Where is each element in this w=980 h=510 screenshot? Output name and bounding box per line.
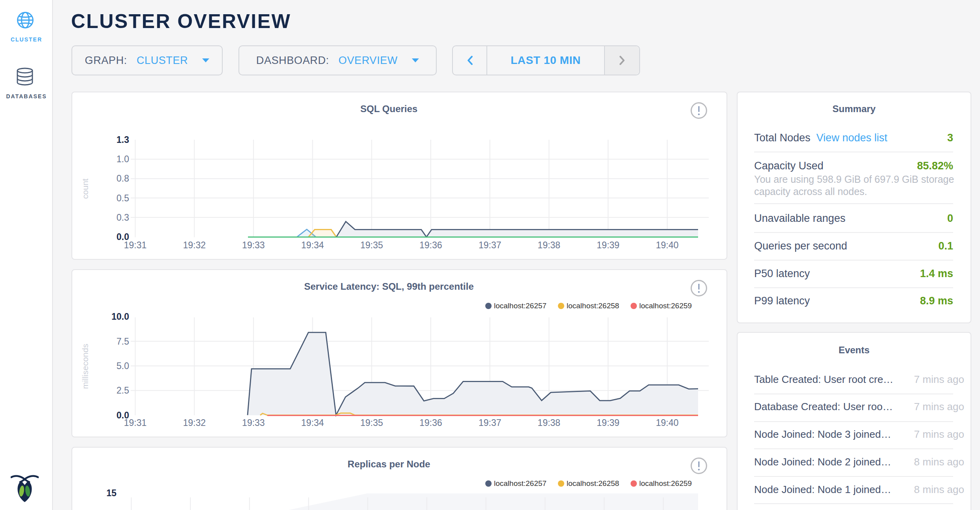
svg-text:19:40: 19:40 bbox=[656, 418, 679, 428]
svg-text:19:32: 19:32 bbox=[183, 418, 206, 428]
svg-text:0.8: 0.8 bbox=[116, 173, 129, 184]
svg-text:milliseconds: milliseconds bbox=[81, 344, 90, 389]
svg-text:5.0: 5.0 bbox=[116, 361, 129, 371]
svg-text:1.3: 1.3 bbox=[116, 135, 129, 145]
svg-text:2.5: 2.5 bbox=[116, 385, 129, 396]
svg-text:19:34: 19:34 bbox=[301, 418, 324, 428]
svg-text:19:37: 19:37 bbox=[479, 418, 501, 428]
svg-text:19:32: 19:32 bbox=[183, 240, 206, 250]
svg-text:19:39: 19:39 bbox=[597, 418, 620, 428]
svg-text:19:33: 19:33 bbox=[242, 240, 265, 250]
svg-text:19:36: 19:36 bbox=[419, 240, 442, 250]
svg-text:0.5: 0.5 bbox=[116, 193, 129, 203]
svg-text:19:35: 19:35 bbox=[360, 240, 383, 250]
svg-text:19:34: 19:34 bbox=[301, 240, 324, 250]
svg-text:19:38: 19:38 bbox=[538, 418, 561, 428]
svg-text:1.0: 1.0 bbox=[116, 154, 129, 164]
svg-text:7.5: 7.5 bbox=[116, 336, 129, 347]
svg-text:19:33: 19:33 bbox=[242, 418, 265, 428]
svg-text:19:36: 19:36 bbox=[419, 418, 442, 428]
svg-text:10.0: 10.0 bbox=[111, 311, 129, 322]
svg-text:19:35: 19:35 bbox=[360, 418, 383, 428]
svg-text:19:38: 19:38 bbox=[538, 240, 561, 250]
svg-text:19:40: 19:40 bbox=[656, 240, 679, 250]
svg-text:19:37: 19:37 bbox=[479, 240, 501, 250]
svg-text:0.3: 0.3 bbox=[116, 212, 129, 223]
svg-text:count: count bbox=[81, 178, 90, 199]
svg-text:19:31: 19:31 bbox=[124, 418, 147, 428]
svg-text:19:31: 19:31 bbox=[124, 240, 147, 250]
svg-text:19:39: 19:39 bbox=[597, 240, 620, 250]
svg-text:15: 15 bbox=[106, 488, 116, 498]
